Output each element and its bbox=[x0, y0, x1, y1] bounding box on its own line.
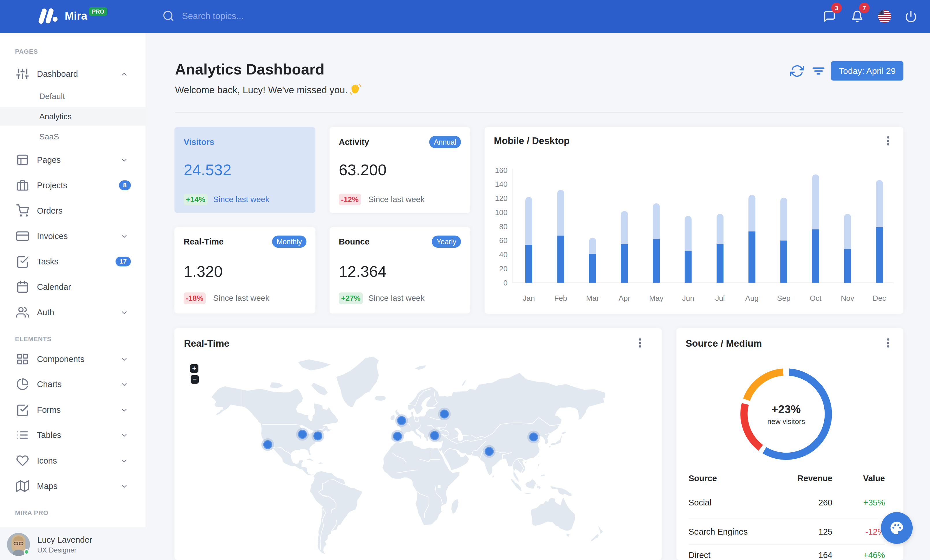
svg-text:0: 0 bbox=[503, 279, 507, 287]
svg-text:120: 120 bbox=[495, 194, 507, 203]
svg-text:40: 40 bbox=[499, 250, 507, 259]
svg-text:May: May bbox=[649, 294, 664, 302]
svg-text:140: 140 bbox=[495, 180, 507, 189]
svg-text:Aug: Aug bbox=[745, 294, 758, 302]
svg-text:Dec: Dec bbox=[873, 294, 886, 302]
svg-text:80: 80 bbox=[499, 222, 507, 231]
svg-text:100: 100 bbox=[495, 208, 507, 217]
svg-text:160: 160 bbox=[495, 166, 507, 175]
svg-text:Mar: Mar bbox=[586, 294, 599, 302]
svg-text:Apr: Apr bbox=[619, 294, 630, 302]
svg-text:Jan: Jan bbox=[523, 294, 535, 302]
svg-text:Jul: Jul bbox=[715, 294, 725, 302]
svg-text:Feb: Feb bbox=[554, 294, 567, 302]
svg-text:60: 60 bbox=[499, 236, 507, 245]
svg-text:Jun: Jun bbox=[682, 294, 694, 302]
svg-text:Nov: Nov bbox=[841, 294, 854, 302]
svg-text:Oct: Oct bbox=[810, 294, 822, 302]
svg-text:Sep: Sep bbox=[777, 294, 790, 302]
svg-text:20: 20 bbox=[499, 264, 507, 273]
